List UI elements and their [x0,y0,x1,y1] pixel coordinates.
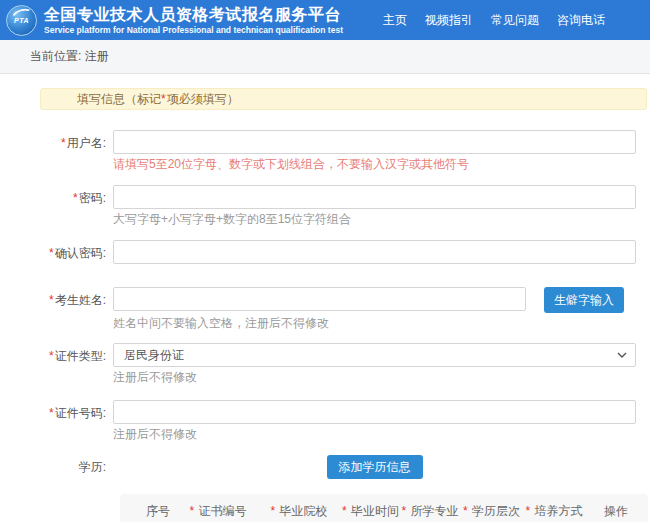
education-label: 学历: [0,459,113,476]
education-col-seq: 序号 [120,503,178,520]
notice-text-prefix: 填写信息（标记 [77,92,161,106]
education-col-training-mode: * 培养方式 [524,503,584,520]
add-education-button[interactable]: 添加学历信息 [327,455,423,479]
username-hint: 请填写5至20位字母、数字或下划线组合，不要输入汉字或其他符号 [113,157,636,172]
notice-text-suffix: 项必须填写） [167,92,239,106]
education-col-degree-level: * 学历层次 [459,503,524,520]
pta-logo-icon: PTA [6,5,37,36]
breadcrumb: 当前位置: 注册 [0,40,650,74]
required-star: * [463,504,468,518]
top-nav: 主页 视频指引 常见问题 咨询电话 [383,12,605,29]
id-type-label: *证件类型: [0,343,113,385]
notice-banner: 填写信息（标记*项必须填写） [40,88,647,110]
required-star: * [49,406,54,420]
education-table-header: 序号 * 证书编号 * 毕业院校 * 毕业时间 * 所学专业 * 学历层次 * … [120,494,648,522]
id-number-hint: 注册后不得修改 [113,427,636,442]
username-label: *用户名: [0,130,113,172]
form-row-confirm-password: *确认密码: [0,240,650,264]
brand-text: 全国专业技术人员资格考试报名服务平台 Service platform for … [44,6,343,35]
confirm-password-input[interactable] [113,240,636,264]
id-type-selected-value: 居民身份证 [124,348,184,362]
required-star: * [49,349,54,363]
confirm-password-label: *确认密码: [0,240,113,264]
required-star: * [189,504,194,518]
chevron-down-icon [617,351,627,359]
site-header: PTA 全国专业技术人员资格考试报名服务平台 Service platform … [0,0,650,40]
rare-character-input-button[interactable]: 生僻字输入 [544,287,624,313]
candidate-name-label: *考生姓名: [0,287,113,331]
site-title: 全国专业技术人员资格考试报名服务平台 [44,6,343,24]
password-label: *密码: [0,185,113,227]
required-star: * [61,136,66,150]
required-star: * [401,504,406,518]
breadcrumb-label: 当前位置: 注册 [30,48,109,65]
education-col-graduation-time: * 毕业时间 [340,503,401,520]
required-star: * [73,191,78,205]
nav-consult-phone[interactable]: 咨询电话 [557,12,605,29]
id-type-select[interactable]: 居民身份证 [113,343,636,367]
required-star: * [525,504,530,518]
id-number-input[interactable] [113,400,636,424]
candidate-name-input[interactable] [113,287,526,311]
candidate-name-hint: 姓名中间不要输入空格，注册后不得修改 [113,316,636,331]
id-number-label: *证件号码: [0,400,113,442]
registration-page: PTA 全国专业技术人员资格考试报名服务平台 Service platform … [0,0,650,522]
nav-faq[interactable]: 常见问题 [491,12,539,29]
form-row-candidate-name: *考生姓名: 生僻字输入 姓名中间不要输入空格，注册后不得修改 [0,287,650,331]
nav-home[interactable]: 主页 [383,12,407,29]
education-col-certificate-no: * 证书编号 [178,503,258,520]
required-star: * [49,246,54,260]
education-col-school: * 毕业院校 [258,503,340,520]
site-subtitle: Service platform for National Profession… [44,25,343,35]
form-row-id-number: *证件号码: 注册后不得修改 [0,400,650,442]
required-star: * [270,504,275,518]
form-row-id-type: *证件类型: 居民身份证 注册后不得修改 [0,343,650,385]
form-row-education: 学历: 添加学历信息 [0,455,650,479]
brand: PTA 全国专业技术人员资格考试报名服务平台 Service platform … [6,5,343,36]
password-input[interactable] [113,185,636,209]
main-content: 填写信息（标记*项必须填写） *用户名: 请填写5至20位字母、数字或下划线组合… [0,74,650,522]
logo-text: PTA [14,17,29,24]
registration-form: *用户名: 请填写5至20位字母、数字或下划线组合，不要输入汉字或其他符号 *密… [0,130,650,522]
form-row-username: *用户名: 请填写5至20位字母、数字或下划线组合，不要输入汉字或其他符号 [0,130,650,172]
required-star: * [161,92,166,106]
required-star: * [49,293,54,307]
form-row-password: *密码: 大写字母+小写字母+数字的8至15位字符组合 [0,185,650,227]
required-star: * [342,504,347,518]
education-col-operation: 操作 [584,503,648,520]
nav-video-guide[interactable]: 视频指引 [425,12,473,29]
id-type-hint: 注册后不得修改 [113,370,636,385]
username-input[interactable] [113,130,636,154]
password-hint: 大写字母+小写字母+数字的8至15位字符组合 [113,212,636,227]
education-col-major: * 所学专业 [401,503,459,520]
